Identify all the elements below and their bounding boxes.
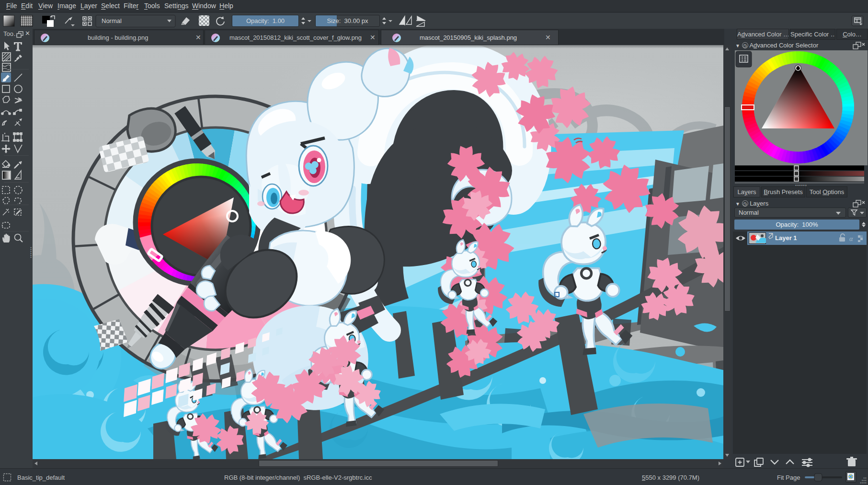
svg-text:Normal: Normal	[102, 17, 122, 24]
svg-text:α: α	[849, 235, 853, 242]
